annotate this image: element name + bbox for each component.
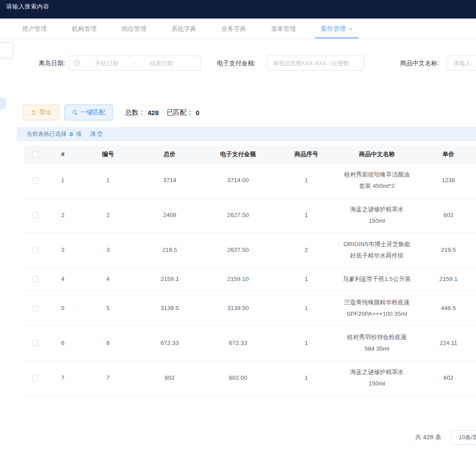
- cell-code: 3: [79, 239, 137, 262]
- cell-unit: 448.5: [414, 297, 476, 320]
- one-click-match-button[interactable]: 一键匹配: [64, 105, 113, 120]
- epay-amount-label: 电子支付金额:: [217, 60, 256, 67]
- tab-label: 菜单管理: [271, 25, 296, 33]
- tab-label: 业务字典: [221, 25, 246, 33]
- clear-selection-link[interactable]: 清空: [90, 130, 104, 138]
- table-row[interactable]: 7 7 602 602.00 1 海蓝之谜修护精萃水 150ml 602: [24, 361, 476, 396]
- cell-total: 219.5: [137, 239, 203, 262]
- cell-name: 植村秀新琥珀臻萃洁颜油套装 450ml*2: [339, 163, 414, 198]
- cell-idx: 2: [273, 239, 339, 262]
- tab-user-management[interactable]: 用户管理: [22, 19, 47, 39]
- col-header-epay: 电子支付金额: [203, 146, 273, 166]
- cell-epay: 2159.10: [203, 268, 273, 291]
- table-row[interactable]: 8 8 1292.47 1292.47 1 卡诗菁纯亮泽经典香氛 170.46: [24, 396, 476, 400]
- cell-unit: 602: [414, 367, 476, 389]
- table-row[interactable]: 5 5 3139.5 3139.50 1 兰蔻菁纯臻颜精华粉底液SPF20PA+…: [24, 291, 476, 326]
- start-date-input[interactable]: [83, 60, 130, 67]
- clipped-button-sliver: [0, 98, 6, 109]
- matched-label: 已匹配：: [167, 108, 193, 117]
- row-checkbox[interactable]: [32, 177, 38, 183]
- end-date-input[interactable]: [138, 60, 185, 67]
- date-range-separator: -: [133, 60, 135, 67]
- tab-menu-management[interactable]: 菜单管理: [271, 19, 296, 39]
- tab-system-dict[interactable]: 系统字典: [171, 19, 196, 39]
- export-icon: [30, 109, 37, 116]
- tab-label: 案件管理: [321, 25, 346, 33]
- footer-total-text: 共 428 条: [415, 434, 441, 441]
- row-checkbox[interactable]: [32, 305, 38, 311]
- cell-name: ORIGINS韦博士灵芝焕能好底子精华水两件组: [339, 233, 414, 267]
- product-name-input[interactable]: [448, 56, 476, 71]
- cell-name: 兰蔻菁纯臻颜精华粉底液SPF20PA+++100 35ml: [339, 291, 414, 325]
- export-button[interactable]: 导出: [23, 105, 59, 120]
- cell-idx: 1: [273, 268, 339, 291]
- date-range-picker[interactable]: -: [69, 56, 201, 71]
- selection-prefix: 当前表格已选择: [26, 130, 67, 138]
- cell-epay: 672.33: [203, 332, 273, 355]
- cell-epay: 1292.47: [203, 396, 273, 400]
- table-row[interactable]: 4 4 2159.1 2159.10 1 马爹利蓝带干邑1.5公升装 2159.…: [24, 268, 476, 291]
- table-row[interactable]: 3 3 219.5 2627.50 2 ORIGINS韦博士灵芝焕能好底子精华水…: [24, 233, 476, 268]
- global-search-input[interactable]: 请输入搜索内容: [6, 3, 49, 11]
- col-header-seq: #: [46, 146, 79, 166]
- row-checkbox[interactable]: [32, 276, 38, 282]
- matched-value: 0: [196, 109, 199, 116]
- table-row[interactable]: 6 6 672.33 672.33 1 植村秀羽纱持妆粉底液 584 35ml …: [24, 326, 476, 361]
- row-checkbox[interactable]: [32, 340, 38, 346]
- table-header-row: # 编号 总价 电子支付金额 商品序号 商品中文名称 单价: [24, 146, 476, 163]
- cell-name: 海蓝之谜修护精萃水 150ml: [339, 361, 414, 395]
- tab-org-management[interactable]: 机构管理: [72, 19, 97, 39]
- pagination-footer: 共 428 条 10条/页: [0, 430, 476, 445]
- tab-bar: 用户管理 机构管理 岗位管理 系统字典 业务字典 菜单管理 案件管理 ×: [0, 19, 476, 40]
- col-header-idx: 商品序号: [273, 146, 339, 166]
- tab-case-management[interactable]: 案件管理 ×: [321, 19, 353, 39]
- tab-business-dict[interactable]: 业务字典: [221, 19, 246, 39]
- cell-code: 6: [79, 332, 137, 355]
- row-checkbox[interactable]: [32, 375, 38, 381]
- table-row[interactable]: 1 1 3714 3714.00 1 植村秀新琥珀臻萃洁颜油套装 450ml*2…: [24, 163, 476, 198]
- cell-code: 7: [79, 367, 137, 389]
- cell-unit: 224.11: [414, 332, 476, 355]
- cell-name: 海蓝之谜修护精萃水 150ml: [339, 198, 414, 232]
- page-size-value: 10条/页: [459, 434, 476, 441]
- clock-icon: [74, 60, 80, 67]
- col-header-code: 编号: [79, 146, 137, 166]
- search-icon: [72, 109, 78, 116]
- cell-epay: 3139.50: [203, 297, 273, 320]
- cell-total: 2159.1: [137, 268, 203, 291]
- case-management-page: 请输入搜索内容 用户管理 机构管理 岗位管理 系统字典 业务字典 菜单管理 案件…: [0, 0, 476, 475]
- cell-seq: 5: [46, 297, 79, 320]
- table-row[interactable]: 2 2 2408 2627.50 1 海蓝之谜修护精萃水 150ml 602: [24, 198, 476, 233]
- col-header-name: 商品中文名称: [339, 146, 414, 166]
- cell-total: 3139.5: [137, 297, 203, 320]
- selection-info-bar: 当前表格已选择 0 项 清空: [17, 127, 476, 141]
- close-icon[interactable]: ×: [349, 26, 353, 32]
- tab-label: 机构管理: [72, 25, 97, 33]
- cell-unit: 2159.1: [414, 268, 476, 291]
- row-checkbox[interactable]: [32, 247, 38, 253]
- depart-date-label: 离岛日期:: [39, 60, 65, 67]
- cell-seq: 7: [46, 367, 79, 389]
- col-header-total: 总价: [137, 146, 203, 166]
- cell-seq: 4: [46, 268, 79, 291]
- cell-idx: 1: [273, 204, 339, 227]
- cell-unit: 602: [414, 204, 476, 227]
- tab-post-management[interactable]: 岗位管理: [122, 19, 146, 39]
- cell-seq: 6: [46, 332, 79, 355]
- cell-epay: 2627.50: [203, 204, 273, 227]
- select-all-checkbox[interactable]: [32, 151, 38, 157]
- epay-amount-input[interactable]: [267, 56, 364, 71]
- cell-epay: 3714.00: [203, 169, 273, 192]
- cell-code: 1: [79, 169, 137, 192]
- cell-total: 2408: [137, 204, 203, 227]
- total-value: 428: [148, 109, 159, 116]
- cell-name: 马爹利蓝带干邑1.5公升装: [339, 268, 414, 291]
- cell-name: 卡诗菁纯亮泽经典香氛: [339, 396, 414, 400]
- cell-code: 8: [79, 396, 137, 400]
- row-checkbox[interactable]: [32, 212, 38, 218]
- cell-idx: 1: [273, 169, 339, 192]
- page-size-select[interactable]: 10条/页: [450, 430, 476, 445]
- cell-code: 4: [79, 268, 137, 291]
- top-search-bar: 请输入搜索内容: [0, 0, 476, 19]
- cell-total: 3714: [137, 169, 203, 192]
